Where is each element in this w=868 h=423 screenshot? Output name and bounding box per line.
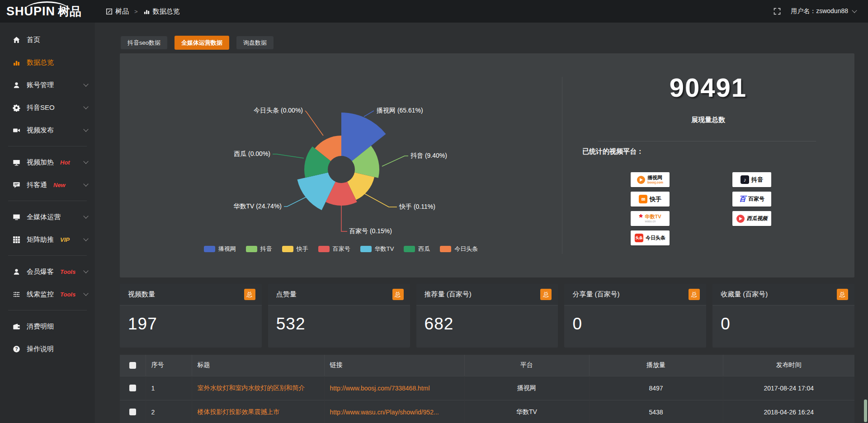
sidebar-badge: Hot <box>60 159 70 166</box>
stat-card-header: 分享量 (百家号)总 <box>564 284 706 306</box>
wasu-logo-icon: * <box>639 215 642 220</box>
platform-badge-boosj: 播视网boosj.com <box>631 172 670 187</box>
row-checkbox[interactable] <box>129 409 136 415</box>
sidebar-item-monitor[interactable]: 视频加热Hot <box>0 151 95 174</box>
breadcrumb-current: 数据总览 <box>153 7 180 16</box>
tab-3[interactable]: 询盘数据 <box>236 36 274 49</box>
chevron-down-icon <box>83 236 88 241</box>
total-badge: 总 <box>689 289 700 300</box>
sidebar-item-label: 线索监控 <box>27 290 54 299</box>
monitor-icon <box>13 159 20 166</box>
platforms-title: 已统计的视频平台： <box>582 147 643 156</box>
legend-item[interactable]: 西瓜 <box>404 245 430 253</box>
pie-label-line <box>362 192 397 207</box>
video-title-link[interactable]: 楼体投影灯投影效果震撼上市 <box>192 400 324 423</box>
legend-item[interactable]: 百家号 <box>318 245 350 253</box>
gear-icon <box>13 104 20 112</box>
total-badge: 总 <box>244 289 255 300</box>
legend-label: 快手 <box>297 245 308 253</box>
bar-chart-icon <box>13 59 20 66</box>
stat-card-3: 推荐量 (百家号)总682 <box>416 284 558 348</box>
chevron-down-icon <box>83 127 88 132</box>
sidebar-item-label: 矩阵助推 <box>27 235 54 244</box>
column-header: 平台 <box>464 355 589 376</box>
user-icon <box>13 268 20 276</box>
pie-label-line <box>382 156 408 166</box>
stat-card-value: 0 <box>712 306 854 334</box>
total-impressions-value: 90491 <box>562 72 854 103</box>
sidebar-divider <box>8 255 87 256</box>
legend-label: 华数TV <box>375 245 394 253</box>
app-logo[interactable]: SHUPIN 树品 <box>0 0 95 23</box>
stat-card-value: 682 <box>416 306 558 334</box>
pie-label: 今日头条 (0.00%) <box>254 107 303 114</box>
douyin-logo-icon: ♪ <box>741 175 749 184</box>
column-header: 链接 <box>324 355 464 376</box>
legend-swatch <box>204 246 215 252</box>
platform-badge-baijiahao: 百百家号 <box>732 192 771 207</box>
table-row: 2楼体投影灯投影效果震撼上市http://www.wasu.cn/Play/sh… <box>120 400 854 423</box>
sidebar-item-sliders[interactable]: 线索监控Tools <box>0 283 95 306</box>
sidebar-item-home[interactable]: 首页 <box>0 28 95 51</box>
boosj-logo-icon <box>637 176 645 184</box>
xigua-logo-icon <box>736 215 745 223</box>
legend-label: 播视网 <box>218 245 236 253</box>
chevron-down-icon <box>83 181 88 186</box>
breadcrumb-root[interactable]: 树品 <box>115 7 129 16</box>
sidebar-item-label: 操作说明 <box>27 345 54 353</box>
stat-card-header: 推荐量 (百家号)总 <box>416 284 558 306</box>
sidebar-divider <box>8 310 87 310</box>
stat-card-1: 视频数量总197 <box>120 284 262 348</box>
legend-item[interactable]: 播视网 <box>204 245 236 253</box>
pie-label: 西瓜 (0.00%) <box>234 150 270 157</box>
overview-panel: 播视网 (65.61%)抖音 (9.40%)快手 (0.11%)百家号 (0.1… <box>120 53 854 277</box>
stat-card-title: 收藏量 (百家号) <box>721 290 768 299</box>
video-url-link[interactable]: http://www.boosj.com/7338468.html <box>324 376 464 400</box>
stat-card-header: 点赞量总 <box>268 284 410 306</box>
stat-card-title: 分享量 (百家号) <box>572 290 619 299</box>
baijiahao-logo-icon: 百 <box>739 195 746 203</box>
chevron-down-icon <box>852 8 857 13</box>
video-url-link[interactable]: http://www.wasu.cn/Play/show/id/952... <box>324 400 464 423</box>
sidebar-item-comment[interactable]: 抖客通New <box>0 174 95 196</box>
legend-label: 今日头条 <box>454 245 478 253</box>
sidebar-item-user[interactable]: 账号管理 <box>0 74 95 96</box>
legend-swatch <box>282 246 293 252</box>
legend-item[interactable]: 华数TV <box>360 245 394 253</box>
stat-card-title: 视频数量 <box>128 290 155 299</box>
sidebar-item-label: 首页 <box>27 36 40 44</box>
sidebar-item-grid[interactable]: 矩阵助推VIP <box>0 228 95 251</box>
sidebar: 首页数据总览账号管理抖音SEO视频发布视频加热Hot抖客通New全媒体运营矩阵助… <box>0 23 95 423</box>
user-label[interactable]: 用户名：zswodun88 <box>791 7 848 15</box>
sidebar-item-gear[interactable]: 抖音SEO <box>0 96 95 119</box>
stat-card-2: 点赞量总532 <box>268 284 410 348</box>
legend-item[interactable]: 抖音 <box>246 245 272 253</box>
tab-1[interactable]: 抖音seo数据 <box>121 36 167 49</box>
stat-card-header: 收藏量 (百家号)总 <box>712 284 854 306</box>
sidebar-item-video-camera[interactable]: 视频发布 <box>0 119 95 141</box>
sidebar-item-desktop[interactable]: 全媒体运营 <box>0 206 95 228</box>
bar-chart-icon <box>143 8 150 15</box>
scrollbar-thumb[interactable] <box>864 400 867 422</box>
svg-text:?: ? <box>15 347 18 352</box>
legend-item[interactable]: 快手 <box>282 245 308 253</box>
sidebar-item-user[interactable]: 会员爆客Tools <box>0 260 95 283</box>
tab-2[interactable]: 全媒体运营数据 <box>175 36 229 50</box>
fullscreen-icon[interactable] <box>774 8 781 15</box>
video-title-link[interactable]: 室外水纹灯和室内水纹灯的区别和简介 <box>192 376 324 400</box>
dashboard-page: SHUPIN 树品 树品 > 数据总览 用户名：zswodun88 首页数据总览… <box>0 0 868 423</box>
row-checkbox[interactable] <box>129 385 136 391</box>
sidebar-item-bar-chart[interactable]: 数据总览 <box>0 51 95 74</box>
chevron-down-icon <box>83 104 88 109</box>
select-all-checkbox[interactable] <box>129 362 136 369</box>
sidebar-item-wallet[interactable]: 消费明细 <box>0 315 95 338</box>
chevron-down-icon <box>83 213 88 218</box>
legend-item[interactable]: 今日头条 <box>440 245 478 253</box>
column-header: 序号 <box>146 355 192 376</box>
stat-card-title: 推荐量 (百家号) <box>425 290 472 299</box>
sidebar-item-question[interactable]: ?操作说明 <box>0 338 95 360</box>
pie-label: 抖音 (9.40%) <box>410 152 447 159</box>
cell-publish-time: 2017-08-24 17:04 <box>723 376 854 400</box>
total-badge: 总 <box>540 289 552 300</box>
top-header: SHUPIN 树品 树品 > 数据总览 用户名：zswodun88 <box>0 0 868 23</box>
